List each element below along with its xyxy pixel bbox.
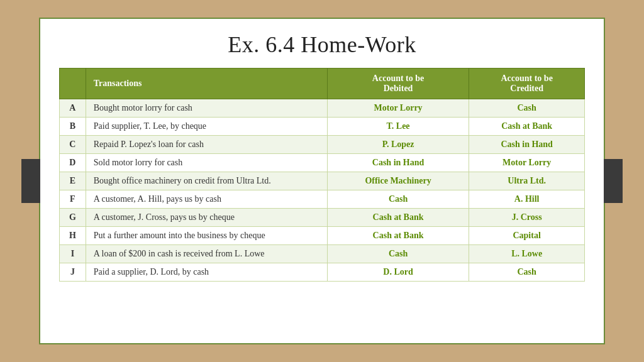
- row-debit: D. Lord: [327, 263, 469, 282]
- table-row: FA customer, A. Hill, pays us by cashCas…: [60, 190, 585, 209]
- row-letter: E: [60, 172, 86, 190]
- row-letter: C: [60, 136, 86, 154]
- table-row: DSold motor lorry for cashCash in HandMo…: [60, 154, 585, 172]
- row-credit: Cash: [469, 99, 585, 118]
- row-transaction: Put a further amount into the business b…: [86, 227, 327, 245]
- header-debit: Account to beDebited: [327, 69, 469, 99]
- row-credit: Cash at Bank: [469, 118, 585, 136]
- row-letter: H: [60, 227, 86, 245]
- row-credit: Capital: [469, 227, 585, 245]
- row-transaction: Bought motor lorry for cash: [86, 99, 327, 118]
- row-debit: Cash: [327, 190, 469, 209]
- row-debit: P. Lopez: [327, 136, 469, 154]
- table-row: ABought motor lorry for cashMotor LorryC…: [60, 99, 585, 118]
- header-transactions: Transactions: [86, 69, 327, 99]
- row-transaction: A customer, J. Cross, pays us by cheque: [86, 209, 327, 227]
- row-letter: J: [60, 263, 86, 282]
- slide-container: Ex. 6.4 Home-Work Transactions Account t…: [39, 18, 605, 344]
- table-row: CRepaid P. Lopez's loan for cashP. Lopez…: [60, 136, 585, 154]
- row-letter: G: [60, 209, 86, 227]
- row-credit: Cash in Hand: [469, 136, 585, 154]
- table-header-row: Transactions Account to beDebited Accoun…: [60, 69, 585, 99]
- row-transaction: Sold motor lorry for cash: [86, 154, 327, 172]
- row-credit: Cash: [469, 263, 585, 282]
- table-row: EBought office machinery on credit from …: [60, 172, 585, 190]
- row-transaction: Bought office machinery on credit from U…: [86, 172, 327, 190]
- row-letter: A: [60, 99, 86, 118]
- table-row: HPut a further amount into the business …: [60, 227, 585, 245]
- row-letter: B: [60, 118, 86, 136]
- row-credit: Motor Lorry: [469, 154, 585, 172]
- row-transaction: A customer, A. Hill, pays us by cash: [86, 190, 327, 209]
- table-row: BPaid supplier, T. Lee, by chequeT. LeeC…: [60, 118, 585, 136]
- header-col0: [60, 69, 86, 99]
- row-credit: L. Lowe: [469, 245, 585, 263]
- row-transaction: Repaid P. Lopez's loan for cash: [86, 136, 327, 154]
- row-credit: J. Cross: [469, 209, 585, 227]
- table-row: IA loan of $200 in cash is received from…: [60, 245, 585, 263]
- slide-title: Ex. 6.4 Home-Work: [228, 31, 416, 58]
- right-tab: [604, 159, 623, 203]
- row-transaction: Paid supplier, T. Lee, by cheque: [86, 118, 327, 136]
- row-debit: Motor Lorry: [327, 99, 469, 118]
- table-body: ABought motor lorry for cashMotor LorryC…: [60, 99, 585, 282]
- row-debit: Cash at Bank: [327, 209, 469, 227]
- row-credit: A. Hill: [469, 190, 585, 209]
- row-letter: I: [60, 245, 86, 263]
- table-row: JPaid a supplier, D. Lord, by cashD. Lor…: [60, 263, 585, 282]
- row-transaction: A loan of $200 in cash is received from …: [86, 245, 327, 263]
- row-debit: Office Machinery: [327, 172, 469, 190]
- main-table: Transactions Account to beDebited Accoun…: [59, 68, 585, 282]
- row-debit: Cash: [327, 245, 469, 263]
- row-letter: F: [60, 190, 86, 209]
- row-debit: Cash at Bank: [327, 227, 469, 245]
- row-credit: Ultra Ltd.: [469, 172, 585, 190]
- row-debit: T. Lee: [327, 118, 469, 136]
- header-credit: Account to beCredited: [469, 69, 585, 99]
- left-tab: [21, 159, 40, 203]
- row-debit: Cash in Hand: [327, 154, 469, 172]
- row-letter: D: [60, 154, 86, 172]
- table-row: GA customer, J. Cross, pays us by cheque…: [60, 209, 585, 227]
- row-transaction: Paid a supplier, D. Lord, by cash: [86, 263, 327, 282]
